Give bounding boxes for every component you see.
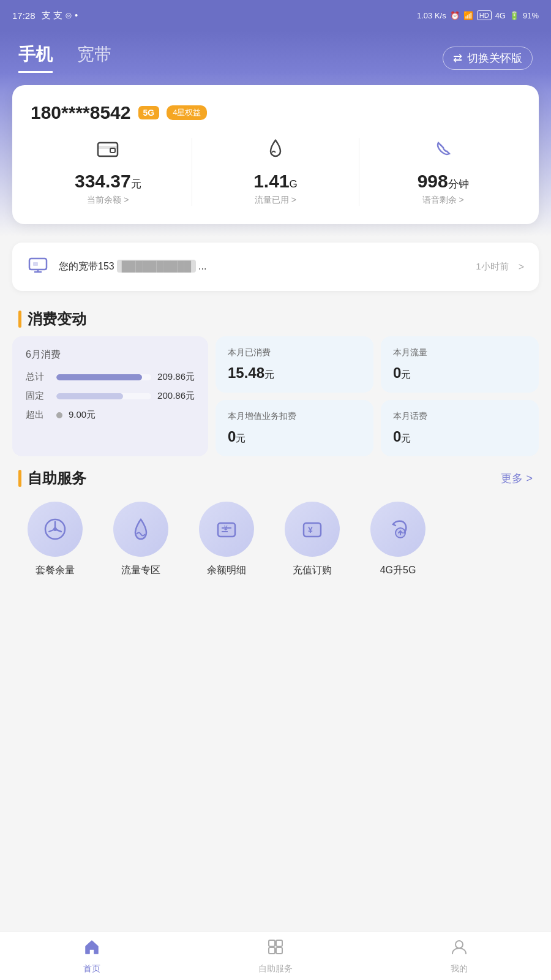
tab-broadband[interactable]: 宽带 (77, 43, 111, 73)
signal-icon: 4G (495, 11, 506, 20)
status-left: 17:28 支 支 ⊙ • (12, 10, 78, 21)
mini-card-current-label: 本月已消费 (228, 347, 361, 358)
balance-value: 334.37元 (75, 171, 141, 192)
service-item-upgrade[interactable]: 4G升5G (355, 502, 441, 577)
broadband-arrow: > (519, 262, 524, 273)
data-label: 流量已用 > (255, 195, 296, 206)
service-item-package[interactable]: 套餐余量 (12, 502, 98, 577)
section-bar-icon (18, 311, 21, 328)
consumption-mini-row-2: 本月增值业务扣费 0元 本月话费 0元 (216, 400, 539, 456)
broadband-icon (27, 254, 49, 280)
bottom-nav: 首页 自助服务 我的 (0, 931, 551, 980)
broadband-time: 1小时前 (476, 261, 508, 273)
balance-label: 当前余额 > (87, 195, 129, 206)
svg-rect-18 (276, 948, 282, 954)
mini-card-call[interactable]: 本月话费 0元 (381, 400, 539, 456)
svg-text:¥: ¥ (308, 525, 313, 535)
mini-card-call-value: 0元 (393, 428, 527, 445)
mine-icon (450, 938, 468, 960)
service-item-balance[interactable]: ¥ 余额明细 (184, 502, 269, 577)
nav-home-label: 首页 (83, 963, 100, 974)
nav-service-label: 自助服务 (258, 963, 293, 974)
more-button[interactable]: 更多 > (501, 471, 533, 486)
phone-icon (432, 138, 454, 165)
cons-total-bar (56, 374, 142, 380)
consumption-header: 消费变动 (0, 297, 551, 336)
service-recharge-label: 充值订购 (293, 564, 332, 577)
svg-rect-17 (269, 948, 275, 954)
svg-point-19 (455, 941, 463, 948)
phone-number-row: 180****8542 5G 4星权益 (31, 102, 520, 123)
consumption-row: 6月消费 总计 209.86元 固定 200.86元 超出 9.00元 (0, 336, 551, 456)
nav-home[interactable]: 首页 (0, 932, 184, 980)
svg-point-9 (53, 527, 57, 531)
self-service-title: 自助服务 (18, 469, 86, 488)
svg-rect-2 (110, 148, 115, 153)
voice-value: 998分钟 (418, 171, 469, 192)
service-item-recharge[interactable]: ¥ 充值订购 (269, 502, 355, 577)
phone-number: 180****8542 (31, 102, 131, 123)
status-time: 17:28 (12, 10, 36, 21)
nav-mine[interactable]: 我的 (367, 932, 551, 980)
cons-fixed-label: 固定 (26, 390, 50, 402)
status-icons: 支 支 ⊙ • (42, 10, 78, 21)
stat-balance[interactable]: 334.37元 当前余额 > (31, 138, 186, 206)
nav-mine-label: 我的 (451, 963, 468, 974)
service-upgrade-label: 4G升5G (380, 564, 416, 577)
status-speed: 1.03 K/s (417, 11, 446, 20)
upgrade-icon (370, 502, 425, 557)
switch-label: 切换关怀版 (467, 51, 522, 66)
recharge-icon: ¥ (285, 502, 340, 557)
switch-icon: ⇄ (453, 51, 462, 65)
flow-icon (113, 502, 168, 557)
cons-fixed-bar-bg (56, 393, 151, 399)
stat-voice[interactable]: 998分钟 语音剩余 > (365, 138, 520, 206)
hd-icon: HD (477, 10, 492, 20)
mini-card-vas[interactable]: 本月增值业务扣费 0元 (216, 400, 373, 456)
wallet-icon (97, 138, 119, 165)
mini-card-vas-label: 本月增值业务扣费 (228, 411, 361, 422)
service-grid: 套餐余量 流量专区 ¥ 余额明细 (0, 496, 551, 589)
balance-detail-icon: ¥ (199, 502, 254, 557)
stat-data[interactable]: 1.41G 流量已用 > (198, 138, 353, 206)
cons-extra-amount: 9.00元 (69, 409, 96, 421)
broadband-notice[interactable]: 您的宽带153██████████... 1小时前 > (12, 243, 539, 291)
voice-label: 语音剩余 > (422, 195, 464, 206)
package-icon (28, 502, 83, 557)
mini-card-call-label: 本月话费 (393, 411, 527, 422)
data-icon (264, 138, 287, 165)
cons-extra-label: 超出 (26, 409, 50, 421)
mini-card-vas-value: 0元 (228, 428, 361, 445)
status-right: 1.03 K/s ⏰ 📶 HD 4G 🔋 91% (417, 10, 539, 20)
service-item-flow[interactable]: 流量专区 (98, 502, 184, 577)
cons-total-amount: 209.86元 (157, 371, 195, 383)
mini-card-flow-label: 本月流量 (393, 347, 527, 358)
svg-rect-4 (33, 262, 38, 266)
badge-star: 4星权益 (167, 105, 207, 120)
cons-fixed-row: 固定 200.86元 (26, 390, 195, 402)
switch-care-button[interactable]: ⇄ 切换关怀版 (443, 47, 533, 70)
cons-fixed-amount: 200.86元 (157, 390, 195, 402)
self-service-header: 自助服务 更多 > (0, 456, 551, 496)
cons-extra-dot (56, 412, 62, 418)
status-bar: 17:28 支 支 ⊙ • 1.03 K/s ⏰ 📶 HD 4G 🔋 91% (0, 0, 551, 31)
tabs-left: 手机 宽带 (18, 43, 111, 73)
cons-fixed-bar (56, 393, 123, 399)
header-tabs: 手机 宽带 ⇄ 切换关怀版 (18, 43, 533, 73)
tab-mobile[interactable]: 手机 (18, 43, 53, 73)
mini-card-current-value: 15.48元 (228, 364, 361, 382)
svg-rect-15 (269, 940, 275, 946)
section-bar-2-icon (18, 470, 21, 487)
cons-extra-row: 超出 9.00元 (26, 409, 195, 421)
stats-row: 334.37元 当前余额 > 1.41G (31, 138, 520, 206)
service-package-label: 套餐余量 (36, 564, 75, 577)
account-card: 180****8542 5G 4星权益 334.37元 (12, 85, 539, 224)
cons-total-bar-bg (56, 374, 151, 380)
data-value: 1.41G (253, 171, 298, 192)
cons-month: 6月消费 (26, 349, 195, 361)
service-icon (266, 938, 285, 960)
battery-icon: 🔋 (509, 11, 519, 20)
mini-card-current[interactable]: 本月已消费 15.48元 (216, 336, 373, 393)
mini-card-flow[interactable]: 本月流量 0元 (381, 336, 539, 393)
nav-service[interactable]: 自助服务 (184, 932, 367, 980)
